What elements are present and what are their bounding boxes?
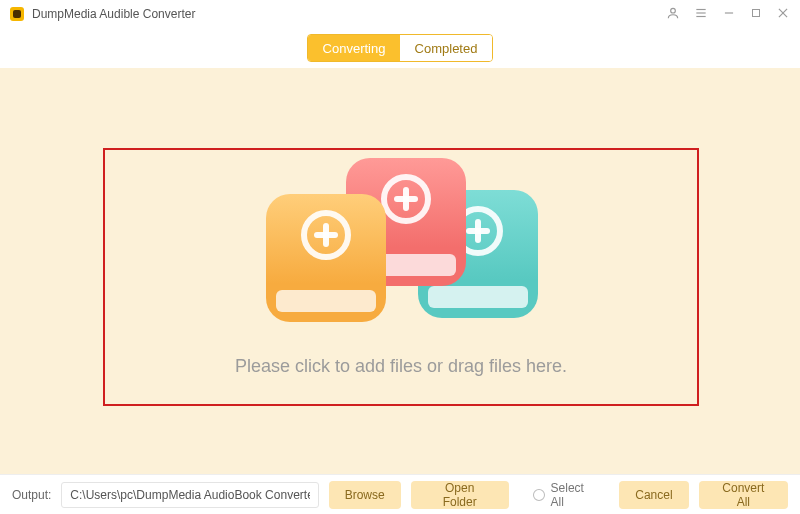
menu-icon[interactable]	[694, 6, 708, 23]
plus-icon	[301, 210, 351, 260]
footer-bar: Output: Browse Open Folder Select All Ca…	[0, 474, 800, 514]
account-icon[interactable]	[666, 6, 680, 23]
select-all-control[interactable]: Select All	[533, 481, 600, 509]
svg-rect-6	[753, 9, 760, 16]
file-dropzone[interactable]: Please click to add files or drag files …	[103, 148, 699, 406]
maximize-icon[interactable]	[750, 7, 762, 22]
minimize-icon[interactable]	[722, 6, 736, 23]
svg-rect-0	[13, 10, 21, 18]
browse-button[interactable]: Browse	[329, 481, 401, 509]
open-folder-button[interactable]: Open Folder	[411, 481, 509, 509]
title-bar: DumpMedia Audible Converter	[0, 0, 800, 28]
books-illustration	[256, 158, 546, 328]
window-controls	[666, 6, 790, 23]
tab-bar: Converting Completed	[0, 28, 800, 68]
app-logo-icon	[10, 7, 24, 21]
tab-group: Converting Completed	[307, 34, 493, 62]
svg-point-1	[671, 8, 676, 13]
output-label: Output:	[12, 488, 51, 502]
dropzone-hint: Please click to add files or drag files …	[235, 356, 567, 377]
tab-converting[interactable]: Converting	[308, 35, 400, 61]
plus-icon	[381, 174, 431, 224]
select-all-label: Select All	[551, 481, 600, 509]
cancel-button[interactable]: Cancel	[619, 481, 688, 509]
radio-icon	[533, 489, 545, 501]
output-path-field[interactable]	[61, 482, 318, 508]
convert-all-button[interactable]: Convert All	[699, 481, 788, 509]
tab-completed[interactable]: Completed	[400, 35, 492, 61]
book-orange-icon	[266, 194, 386, 322]
close-icon[interactable]	[776, 6, 790, 23]
main-canvas: Please click to add files or drag files …	[0, 68, 800, 474]
app-title: DumpMedia Audible Converter	[32, 7, 195, 21]
